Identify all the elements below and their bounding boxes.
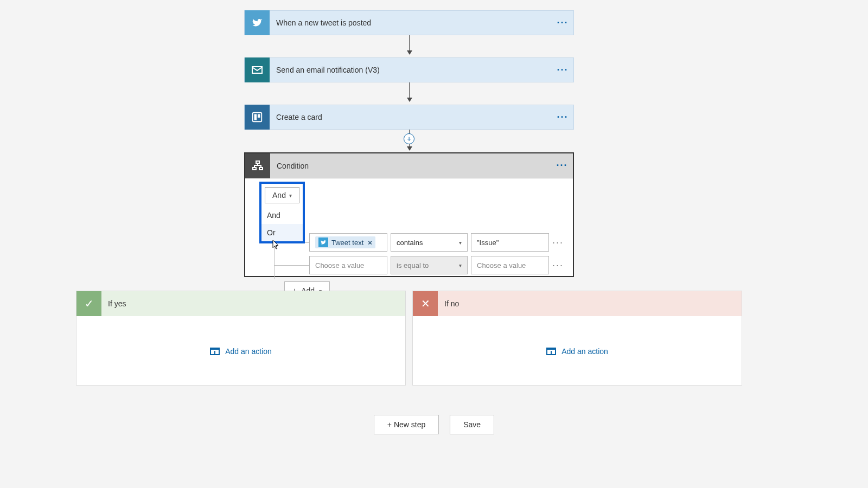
add-action-button[interactable]: Add an action: [546, 347, 608, 356]
add-action-icon: [210, 348, 220, 355]
new-step-button[interactable]: + New step: [374, 415, 439, 434]
step-title: Send an email notification (V3): [270, 66, 552, 74]
branch-header[interactable]: ✕ If no: [413, 291, 742, 316]
svg-rect-4: [258, 114, 260, 118]
group-guide: [274, 265, 309, 266]
token-label: Tweet text: [331, 239, 363, 247]
step-send-email[interactable]: Send an email notification (V3) ···: [244, 57, 574, 82]
chevron-down-icon: ▾: [459, 240, 462, 246]
token-remove-icon[interactable]: ×: [367, 239, 372, 247]
twitter-icon: [245, 10, 270, 35]
step-menu-button[interactable]: ···: [552, 17, 573, 29]
branch-if-no: ✕ If no Add an action: [412, 291, 742, 386]
operator-label: contains: [397, 239, 423, 247]
logic-operator-dropdown[interactable]: And ▾ And Or: [259, 182, 305, 243]
logic-selected[interactable]: And ▾: [265, 187, 299, 203]
chevron-down-icon: ▾: [289, 192, 292, 198]
twitter-icon: [318, 237, 328, 247]
chevron-down-icon: ▾: [459, 262, 462, 268]
logic-option-and[interactable]: And: [261, 207, 303, 224]
condition-right-value[interactable]: "Issue": [471, 233, 549, 252]
close-icon: ✕: [413, 291, 438, 316]
left-placeholder: Choose a value: [315, 261, 364, 269]
connector-arrow: [409, 82, 410, 101]
condition-left-value[interactable]: Choose a value: [309, 256, 387, 274]
condition-row: Choose a value is equal to ▾ Choose a va…: [309, 256, 562, 274]
add-action-label: Add an action: [225, 347, 272, 356]
right-value-text: "Issue": [477, 239, 499, 247]
step-create-card[interactable]: Create a card ···: [244, 105, 574, 130]
row-menu-button[interactable]: ···: [552, 237, 562, 248]
connector-arrow: [409, 35, 410, 54]
footer-buttons: + New step Save: [0, 415, 868, 434]
logic-selected-label: And: [272, 191, 286, 200]
trello-icon: [245, 105, 270, 130]
operator-label: is equal to: [397, 261, 429, 269]
add-action-button[interactable]: Add an action: [210, 347, 272, 356]
condition-operator-select[interactable]: contains ▾: [391, 233, 468, 252]
condition-icon: [245, 153, 270, 178]
add-action-icon: [546, 348, 556, 355]
step-menu-button[interactable]: ···: [552, 112, 573, 123]
svg-rect-5: [256, 161, 259, 163]
condition-row: Tweet text × contains ▾ "Issue" ···: [309, 233, 562, 252]
right-placeholder: Choose a value: [477, 261, 526, 269]
svg-rect-3: [254, 114, 257, 120]
condition-operator-select[interactable]: is equal to ▾: [391, 256, 468, 274]
insert-step-button[interactable]: +: [404, 133, 414, 144]
branch-title: If no: [438, 299, 459, 308]
branch-header[interactable]: ✓ If yes: [76, 291, 405, 316]
condition-header[interactable]: Condition ···: [245, 153, 573, 178]
step-title: When a new tweet is posted: [270, 18, 552, 27]
step-title: Create a card: [270, 113, 552, 121]
condition-menu-button[interactable]: ···: [551, 160, 573, 171]
dynamic-token-tweet-text[interactable]: Tweet text ×: [315, 236, 375, 248]
save-label: Save: [463, 420, 481, 429]
new-step-label: + New step: [387, 420, 425, 429]
branch-if-yes: ✓ If yes Add an action: [76, 291, 406, 386]
row-menu-button[interactable]: ···: [552, 260, 562, 271]
check-icon: ✓: [76, 291, 101, 316]
condition-title: Condition: [270, 162, 551, 170]
condition-left-value[interactable]: Tweet text ×: [309, 233, 387, 252]
step-twitter-trigger[interactable]: When a new tweet is posted ···: [244, 10, 574, 35]
save-button[interactable]: Save: [450, 415, 494, 434]
add-action-label: Add an action: [561, 347, 608, 356]
branch-title: If yes: [101, 299, 126, 308]
step-menu-button[interactable]: ···: [552, 65, 573, 76]
logic-option-or[interactable]: Or: [261, 224, 303, 241]
svg-rect-7: [259, 168, 263, 170]
condition-right-value[interactable]: Choose a value: [471, 256, 549, 274]
svg-rect-6: [253, 168, 256, 170]
mail-icon: [245, 57, 270, 82]
condition-card: Condition ··· And ▾ And Or: [244, 152, 574, 277]
